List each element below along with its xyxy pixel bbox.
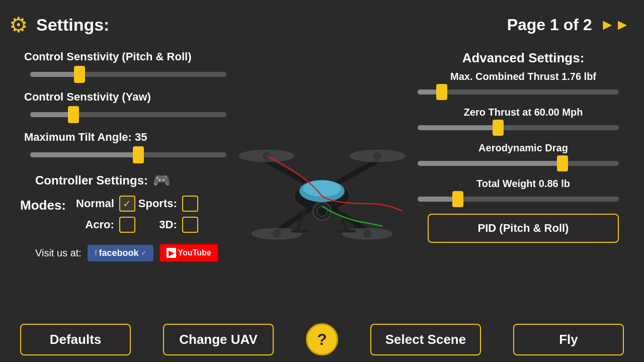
help-button[interactable]: ? <box>306 323 338 355</box>
yaw-thumb[interactable] <box>68 106 79 123</box>
footer: Defaults Change UAV ? Select Scene Fly <box>0 317 644 362</box>
max-thrust-track[interactable] <box>418 89 619 95</box>
facebook-label: facebook <box>99 248 139 258</box>
pitch-roll-thumb[interactable] <box>74 66 85 83</box>
zero-thrust-track[interactable] <box>418 125 619 130</box>
tilt-track[interactable] <box>30 152 226 157</box>
select-scene-button[interactable]: Select Scene <box>370 324 481 355</box>
normal-checkbox[interactable]: ✓ <box>119 196 135 212</box>
total-weight-label: Total Weight 0.86 lb <box>413 178 634 190</box>
normal-label: Normal <box>76 197 114 210</box>
advanced-title: Advanced Settings: <box>413 50 634 66</box>
aero-drag-label: Aerodynamic Drag <box>413 142 634 154</box>
svg-point-10 <box>373 152 381 160</box>
max-thrust-label: Max. Combined Thrust 1.76 lbf <box>413 71 634 82</box>
max-thrust-thumb[interactable] <box>436 84 447 100</box>
settings-label: Settings: <box>36 15 109 35</box>
page-indicator: Page 1 of 2 <box>507 16 592 34</box>
aero-drag-thumb[interactable] <box>557 155 568 171</box>
sports-label: Sports: <box>138 197 177 210</box>
verified-icon: ✓ <box>141 249 146 257</box>
threed-label: 3D: <box>138 218 177 231</box>
normal-checkmark: ✓ <box>123 198 131 210</box>
pitch-roll-fill <box>30 72 79 77</box>
modes-label: Modes: <box>20 198 66 213</box>
next-page-icon[interactable]: ►► <box>600 16 630 33</box>
main-content: Control Senstivity (Pitch & Roll) Contro… <box>0 45 644 317</box>
controller-text: Controller Settings: <box>35 173 148 188</box>
aero-drag-section: Aerodynamic Drag <box>413 142 634 170</box>
max-thrust-slider-container[interactable] <box>413 85 634 99</box>
total-weight-thumb[interactable] <box>452 191 463 207</box>
header-left: ⚙ Settings: <box>9 13 109 37</box>
max-thrust-section: Max. Combined Thrust 1.76 lbf <box>413 71 634 99</box>
yaw-track[interactable] <box>30 112 226 117</box>
zero-thrust-fill <box>418 125 498 130</box>
header: ⚙ Settings: Page 1 of 2 ►► <box>0 0 644 45</box>
fb-icon: f <box>95 249 97 257</box>
zero-thrust-section: Zero Thrust at 60.00 Mph <box>413 107 634 134</box>
total-weight-section: Total Weight 0.86 lb <box>413 178 634 206</box>
gamepad-icon: 🎮 <box>153 172 171 189</box>
youtube-logo: ▶ <box>167 248 176 258</box>
threed-checkbox[interactable] <box>182 217 198 233</box>
tilt-thumb[interactable] <box>133 146 144 163</box>
pid-button[interactable]: PID (Pitch & Roll) <box>428 214 619 243</box>
total-weight-track[interactable] <box>418 197 619 202</box>
visit-label: Visit us at: <box>35 247 82 259</box>
aero-drag-slider-container[interactable] <box>413 157 634 170</box>
zero-thrust-label: Zero Thrust at 60.00 Mph <box>413 107 634 118</box>
acro-checkbox[interactable] <box>119 217 135 233</box>
acro-label: Acro: <box>76 218 114 231</box>
uav-svg <box>226 96 418 266</box>
zero-thrust-slider-container[interactable] <box>413 121 634 134</box>
fly-button[interactable]: Fly <box>513 324 624 355</box>
header-right: Page 1 of 2 ►► <box>507 16 630 34</box>
question-mark-icon: ? <box>317 330 327 349</box>
facebook-button[interactable]: f facebook ✓ <box>88 245 153 261</box>
modes-grid: Normal ✓ Sports: Acro: 3D: <box>76 196 198 233</box>
total-weight-fill <box>418 197 458 202</box>
zero-thrust-thumb[interactable] <box>493 120 504 136</box>
defaults-button[interactable]: Defaults <box>20 324 131 355</box>
svg-point-11 <box>273 230 281 238</box>
right-panel: Advanced Settings: Max. Combined Thrust … <box>403 45 644 248</box>
aero-drag-track[interactable] <box>418 161 619 166</box>
total-weight-slider-container[interactable] <box>413 193 634 206</box>
svg-point-12 <box>363 230 371 238</box>
yaw-fill <box>30 112 73 117</box>
pitch-roll-track[interactable] <box>30 72 226 77</box>
aero-drag-fill <box>418 161 562 166</box>
gear-icon: ⚙ <box>9 13 28 37</box>
tilt-fill <box>30 152 138 157</box>
change-uav-button[interactable]: Change UAV <box>163 324 274 355</box>
sports-checkbox[interactable] <box>182 196 198 212</box>
